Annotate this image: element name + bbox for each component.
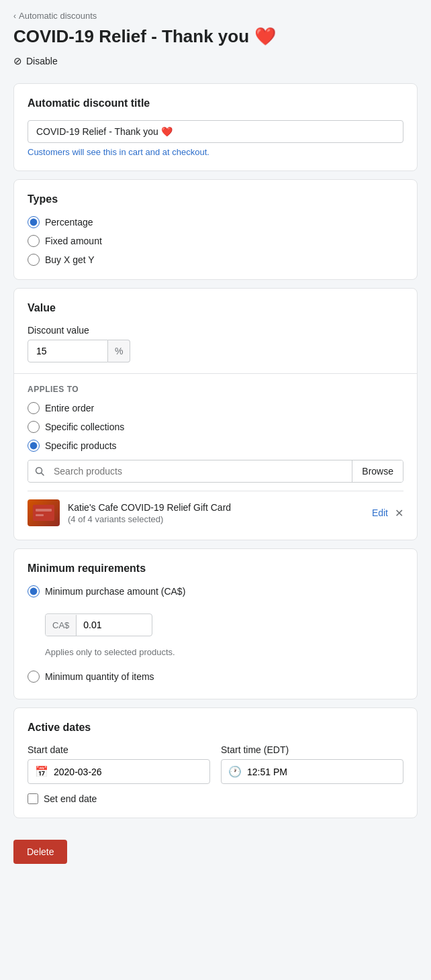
product-actions: Edit ✕: [372, 507, 403, 520]
clock-icon: 🕐: [228, 765, 242, 778]
product-thumbnail: [28, 499, 60, 526]
type-percentage-label: Percentage: [45, 217, 93, 228]
breadcrumb[interactable]: ‹ Automatic discounts: [13, 11, 418, 21]
applies-entire-radio[interactable]: [28, 402, 40, 414]
start-time-input[interactable]: [247, 767, 396, 777]
page-title: COVID-19 Relief - Thank you ❤️: [13, 26, 418, 47]
start-date-field: Start date 📅: [28, 744, 210, 784]
set-end-date-checkbox[interactable]: [28, 793, 38, 804]
product-edit-link[interactable]: Edit: [372, 507, 388, 518]
cas-input-row: CA$: [45, 614, 152, 636]
min-quantity-radio[interactable]: [28, 671, 40, 683]
page-title-text: COVID-19 Relief - Thank you: [13, 26, 249, 47]
types-radio-group: Percentage Fixed amount Buy X get Y: [28, 216, 403, 266]
applies-to-label: APPLIES TO: [28, 385, 403, 394]
start-time-field: Start time (EDT) 🕐: [221, 744, 403, 784]
min-quantity-option[interactable]: Minimum quantity of items: [28, 671, 403, 683]
min-purchase-amount-option[interactable]: Minimum purchase amount (CA$): [28, 585, 403, 597]
applies-collections-radio[interactable]: [28, 421, 40, 433]
discount-value-input[interactable]: [28, 340, 108, 362]
discount-title-hint: Customers will see this in cart and at c…: [28, 147, 403, 157]
type-percentage[interactable]: Percentage: [28, 216, 403, 228]
active-dates-heading: Active dates: [28, 722, 403, 734]
delete-button[interactable]: Delete: [13, 840, 67, 864]
browse-button[interactable]: Browse: [352, 460, 403, 482]
set-end-date-label: Set end date: [44, 793, 97, 804]
chevron-left-icon: ‹: [13, 11, 16, 21]
type-bxgy-radio[interactable]: [28, 254, 40, 266]
disable-icon: ⊘: [13, 55, 22, 67]
applies-to-radio-group: Entire order Specific collections Specif…: [28, 402, 403, 452]
product-remove-button[interactable]: ✕: [395, 507, 403, 520]
min-req-radio-group: Minimum purchase amount (CA$) CA$ Applie…: [28, 585, 403, 685]
applies-products-label: Specific products: [45, 440, 117, 451]
min-purchase-label: Minimum purchase amount (CA$): [45, 586, 185, 597]
product-info: Katie's Cafe COVID-19 Relief Gift Card (…: [68, 502, 364, 524]
type-bxgy-label: Buy X get Y: [45, 254, 95, 265]
product-row: Katie's Cafe COVID-19 Relief Gift Card (…: [28, 491, 403, 526]
svg-rect-3: [36, 509, 52, 511]
applies-entire-label: Entire order: [45, 403, 94, 413]
calendar-icon: 📅: [35, 765, 48, 778]
start-time-input-wrap[interactable]: 🕐: [221, 759, 403, 784]
product-name: Katie's Cafe COVID-19 Relief Gift Card: [68, 502, 364, 513]
min-req-heading: Minimum requirements: [28, 562, 403, 575]
type-fixed[interactable]: Fixed amount: [28, 235, 403, 247]
value-heading: Value: [28, 302, 403, 314]
cas-prefix: CA$: [46, 615, 77, 636]
min-purchase-radio[interactable]: [28, 585, 40, 597]
min-quantity-label: Minimum quantity of items: [45, 671, 154, 682]
discount-title-input[interactable]: [28, 120, 403, 143]
type-fixed-label: Fixed amount: [45, 236, 102, 246]
product-variants: (4 of 4 variants selected): [68, 514, 364, 524]
search-input[interactable]: [51, 460, 352, 482]
product-search-row: Browse: [28, 460, 403, 483]
type-bxgy[interactable]: Buy X get Y: [28, 254, 403, 266]
cas-value-input[interactable]: [77, 614, 137, 636]
types-card: Types Percentage Fixed amount Buy X get …: [13, 179, 418, 280]
page-footer: Delete: [0, 826, 431, 877]
svg-rect-4: [36, 514, 44, 516]
svg-rect-2: [33, 505, 54, 521]
applies-entire-order[interactable]: Entire order: [28, 402, 403, 414]
applies-collections-label: Specific collections: [45, 422, 124, 432]
divider: [14, 373, 417, 374]
discount-value-label: Discount value: [28, 325, 403, 336]
search-icon: [28, 461, 51, 481]
type-percentage-radio[interactable]: [28, 216, 40, 228]
discount-suffix: %: [108, 340, 130, 362]
product-thumb-inner: [28, 499, 60, 526]
start-date-input[interactable]: [54, 767, 203, 777]
disable-button[interactable]: ⊘ Disable: [13, 55, 58, 67]
applies-hint: Applies only to selected products.: [45, 647, 403, 657]
breadcrumb-label: Automatic discounts: [19, 11, 97, 21]
discount-value-row: %: [28, 340, 403, 362]
discount-title-heading: Automatic discount title: [28, 97, 403, 109]
start-time-label: Start time (EDT): [221, 744, 403, 755]
discount-title-card: Automatic discount title Customers will …: [13, 83, 418, 171]
minimum-requirements-card: Minimum requirements Minimum purchase am…: [13, 548, 418, 699]
applies-specific-collections[interactable]: Specific collections: [28, 421, 403, 433]
type-fixed-radio[interactable]: [28, 235, 40, 247]
start-date-input-wrap[interactable]: 📅: [28, 759, 210, 784]
applies-specific-products[interactable]: Specific products: [28, 440, 403, 452]
page-title-emoji: ❤️: [254, 26, 276, 47]
types-heading: Types: [28, 193, 403, 205]
applies-products-radio[interactable]: [28, 440, 40, 452]
start-date-label: Start date: [28, 744, 210, 755]
disable-label: Disable: [26, 56, 58, 66]
date-time-row: Start date 📅 Start time (EDT) 🕐: [28, 744, 403, 784]
value-card: Value Discount value % APPLIES TO Entire…: [13, 288, 418, 540]
svg-line-1: [42, 473, 44, 476]
active-dates-card: Active dates Start date 📅 Start time (ED…: [13, 707, 418, 818]
close-icon: ✕: [395, 507, 403, 520]
set-end-date-row: Set end date: [28, 793, 403, 804]
